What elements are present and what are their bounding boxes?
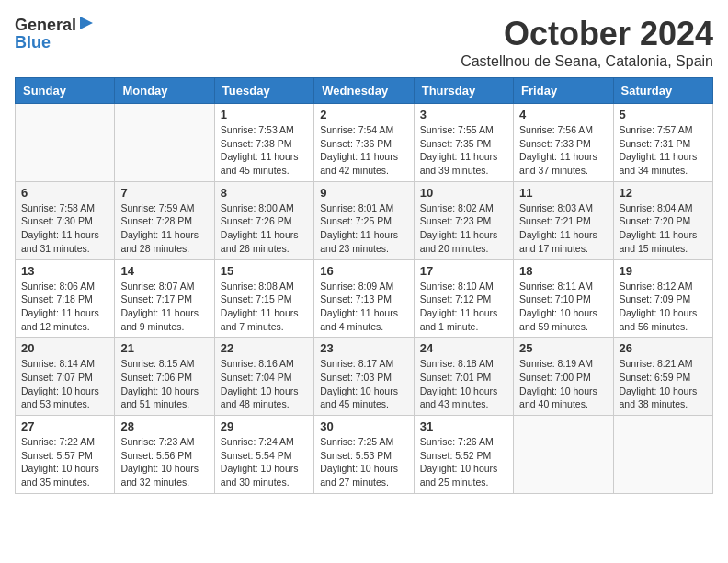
day-number: 8	[221, 186, 308, 200]
calendar-day-cell: 8Sunrise: 8:00 AM Sunset: 7:26 PM Daylig…	[214, 181, 313, 259]
day-number: 7	[120, 186, 208, 200]
day-number: 18	[519, 264, 607, 278]
calendar-day-cell: 29Sunrise: 7:24 AM Sunset: 5:54 PM Dayli…	[214, 416, 313, 494]
day-number: 30	[320, 419, 407, 433]
calendar-day-cell: 18Sunrise: 8:11 AM Sunset: 7:10 PM Dayli…	[514, 259, 613, 338]
day-number: 4	[519, 108, 607, 121]
logo-general-text: General	[15, 17, 76, 33]
calendar-day-cell: 4Sunrise: 7:56 AM Sunset: 7:33 PM Daylig…	[514, 104, 613, 182]
calendar-day-cell: 2Sunrise: 7:54 AM Sunset: 7:36 PM Daylig…	[314, 104, 414, 182]
calendar-day-cell: 24Sunrise: 8:18 AM Sunset: 7:01 PM Dayli…	[414, 338, 513, 416]
day-info: Sunrise: 8:15 AM Sunset: 7:06 PM Dayligh…	[120, 357, 208, 411]
day-info: Sunrise: 7:57 AM Sunset: 7:31 PM Dayligh…	[620, 123, 707, 178]
calendar-day-cell: 5Sunrise: 7:57 AM Sunset: 7:31 PM Daylig…	[613, 104, 712, 182]
calendar-header-row: SundayMondayTuesdayWednesdayThursdayFrid…	[16, 78, 713, 104]
day-info: Sunrise: 8:08 AM Sunset: 7:15 PM Dayligh…	[221, 280, 308, 334]
day-info: Sunrise: 8:18 AM Sunset: 7:01 PM Dayligh…	[420, 357, 507, 411]
calendar-day-cell: 10Sunrise: 8:02 AM Sunset: 7:23 PM Dayli…	[414, 181, 513, 259]
calendar-day-cell: 16Sunrise: 8:09 AM Sunset: 7:13 PM Dayli…	[314, 259, 414, 338]
day-number: 10	[420, 186, 507, 200]
day-number: 17	[420, 264, 507, 278]
day-info: Sunrise: 8:10 AM Sunset: 7:12 PM Dayligh…	[420, 280, 507, 334]
calendar-day-cell: 9Sunrise: 8:01 AM Sunset: 7:25 PM Daylig…	[314, 181, 414, 259]
day-info: Sunrise: 7:56 AM Sunset: 7:33 PM Dayligh…	[519, 123, 607, 178]
calendar-day-cell: 15Sunrise: 8:08 AM Sunset: 7:15 PM Dayli…	[214, 259, 313, 338]
day-number: 27	[21, 419, 108, 433]
day-number: 12	[620, 186, 707, 200]
logo-blue-text: Blue	[15, 34, 95, 51]
calendar-day-cell: 11Sunrise: 8:03 AM Sunset: 7:21 PM Dayli…	[514, 181, 613, 259]
day-info: Sunrise: 7:55 AM Sunset: 7:35 PM Dayligh…	[420, 123, 507, 178]
calendar-day-cell	[613, 416, 712, 494]
day-info: Sunrise: 8:06 AM Sunset: 7:18 PM Dayligh…	[21, 280, 108, 334]
day-info: Sunrise: 8:14 AM Sunset: 7:07 PM Dayligh…	[21, 357, 108, 411]
calendar-week-row: 27Sunrise: 7:22 AM Sunset: 5:57 PM Dayli…	[16, 416, 713, 494]
calendar-day-cell	[115, 104, 214, 182]
day-info: Sunrise: 8:02 AM Sunset: 7:23 PM Dayligh…	[420, 201, 507, 256]
calendar-day-cell: 21Sunrise: 8:15 AM Sunset: 7:06 PM Dayli…	[115, 338, 214, 416]
calendar-day-cell: 26Sunrise: 8:21 AM Sunset: 6:59 PM Dayli…	[613, 338, 712, 416]
day-info: Sunrise: 8:09 AM Sunset: 7:13 PM Dayligh…	[320, 280, 407, 334]
weekday-header-thursday: Thursday	[414, 78, 513, 104]
day-number: 25	[519, 341, 607, 355]
day-info: Sunrise: 7:26 AM Sunset: 5:52 PM Dayligh…	[420, 435, 507, 489]
day-number: 13	[21, 264, 108, 278]
day-number: 5	[620, 108, 707, 121]
calendar-day-cell: 17Sunrise: 8:10 AM Sunset: 7:12 PM Dayli…	[414, 259, 513, 338]
calendar-day-cell	[16, 104, 115, 182]
weekday-header-friday: Friday	[514, 78, 613, 104]
day-info: Sunrise: 7:24 AM Sunset: 5:54 PM Dayligh…	[221, 435, 308, 489]
weekday-header-sunday: Sunday	[16, 78, 115, 104]
calendar-day-cell: 6Sunrise: 7:58 AM Sunset: 7:30 PM Daylig…	[16, 181, 115, 259]
day-info: Sunrise: 8:07 AM Sunset: 7:17 PM Dayligh…	[120, 280, 208, 334]
day-info: Sunrise: 8:11 AM Sunset: 7:10 PM Dayligh…	[519, 280, 607, 334]
header: General Blue October 2024 Castellnou de …	[15, 15, 713, 70]
day-number: 1	[221, 108, 308, 121]
weekday-header-tuesday: Tuesday	[214, 78, 313, 104]
day-info: Sunrise: 8:16 AM Sunset: 7:04 PM Dayligh…	[221, 357, 308, 411]
day-info: Sunrise: 7:58 AM Sunset: 7:30 PM Dayligh…	[21, 201, 108, 256]
calendar-day-cell: 20Sunrise: 8:14 AM Sunset: 7:07 PM Dayli…	[16, 338, 115, 416]
day-info: Sunrise: 7:59 AM Sunset: 7:28 PM Dayligh…	[120, 201, 208, 256]
day-number: 23	[320, 341, 407, 355]
calendar-week-row: 20Sunrise: 8:14 AM Sunset: 7:07 PM Dayli…	[16, 338, 713, 416]
day-info: Sunrise: 8:00 AM Sunset: 7:26 PM Dayligh…	[221, 201, 308, 256]
calendar-week-row: 13Sunrise: 8:06 AM Sunset: 7:18 PM Dayli…	[16, 259, 713, 338]
calendar-table: SundayMondayTuesdayWednesdayThursdayFrid…	[15, 77, 713, 494]
day-number: 29	[221, 419, 308, 433]
day-info: Sunrise: 8:17 AM Sunset: 7:03 PM Dayligh…	[320, 357, 407, 411]
day-info: Sunrise: 8:03 AM Sunset: 7:21 PM Dayligh…	[519, 201, 607, 256]
day-number: 6	[21, 186, 108, 200]
svg-marker-0	[80, 17, 93, 29]
day-number: 20	[21, 341, 108, 355]
calendar-day-cell: 27Sunrise: 7:22 AM Sunset: 5:57 PM Dayli…	[16, 416, 115, 494]
calendar-day-cell: 30Sunrise: 7:25 AM Sunset: 5:53 PM Dayli…	[314, 416, 414, 494]
day-info: Sunrise: 7:22 AM Sunset: 5:57 PM Dayligh…	[21, 435, 108, 489]
title-section: October 2024 Castellnou de Seana, Catalo…	[461, 15, 713, 70]
day-number: 19	[620, 264, 707, 278]
day-number: 11	[519, 186, 607, 200]
logo: General Blue	[15, 15, 95, 51]
day-info: Sunrise: 8:01 AM Sunset: 7:25 PM Dayligh…	[320, 201, 407, 256]
calendar-day-cell: 7Sunrise: 7:59 AM Sunset: 7:28 PM Daylig…	[115, 181, 214, 259]
calendar-day-cell: 14Sunrise: 8:07 AM Sunset: 7:17 PM Dayli…	[115, 259, 214, 338]
calendar-day-cell: 25Sunrise: 8:19 AM Sunset: 7:00 PM Dayli…	[514, 338, 613, 416]
day-number: 2	[320, 108, 407, 121]
month-title: October 2024	[461, 15, 713, 53]
day-number: 31	[420, 419, 507, 433]
logo-arrow-icon	[78, 15, 95, 31]
calendar-week-row: 6Sunrise: 7:58 AM Sunset: 7:30 PM Daylig…	[16, 181, 713, 259]
day-info: Sunrise: 8:19 AM Sunset: 7:00 PM Dayligh…	[519, 357, 607, 411]
calendar-day-cell: 28Sunrise: 7:23 AM Sunset: 5:56 PM Dayli…	[115, 416, 214, 494]
day-info: Sunrise: 7:54 AM Sunset: 7:36 PM Dayligh…	[320, 123, 407, 178]
weekday-header-saturday: Saturday	[613, 78, 712, 104]
day-number: 14	[120, 264, 208, 278]
day-info: Sunrise: 8:21 AM Sunset: 6:59 PM Dayligh…	[620, 357, 707, 411]
calendar-day-cell: 22Sunrise: 8:16 AM Sunset: 7:04 PM Dayli…	[214, 338, 313, 416]
calendar-day-cell: 19Sunrise: 8:12 AM Sunset: 7:09 PM Dayli…	[613, 259, 712, 338]
day-number: 9	[320, 186, 407, 200]
day-number: 24	[420, 341, 507, 355]
day-number: 22	[221, 341, 308, 355]
calendar-day-cell: 23Sunrise: 8:17 AM Sunset: 7:03 PM Dayli…	[314, 338, 414, 416]
calendar-day-cell: 12Sunrise: 8:04 AM Sunset: 7:20 PM Dayli…	[613, 181, 712, 259]
